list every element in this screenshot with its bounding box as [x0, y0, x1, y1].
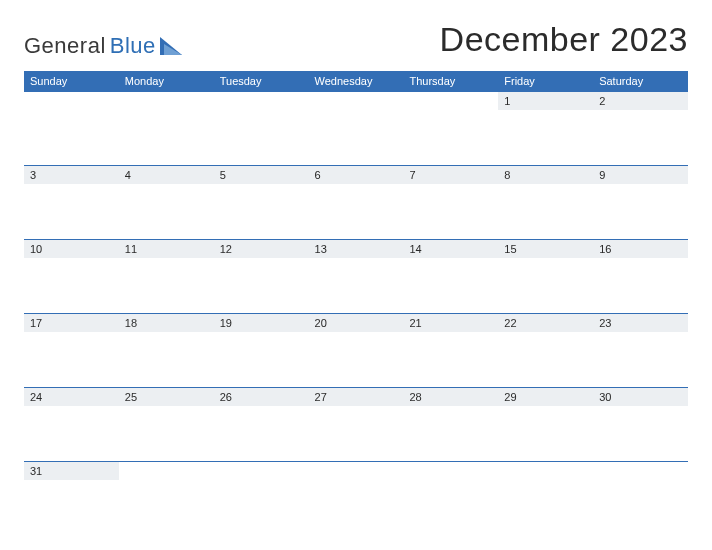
day-cell: [24, 92, 119, 165]
weeks-grid: 1234567891011121314151617181920212223242…: [24, 91, 688, 535]
day-number: [214, 92, 309, 110]
day-number: 1: [498, 92, 593, 110]
day-cell: 27: [309, 388, 404, 461]
day-number: 3: [24, 166, 119, 184]
calendar: Sunday Monday Tuesday Wednesday Thursday…: [24, 71, 688, 535]
day-number: 8: [498, 166, 593, 184]
day-number: [309, 92, 404, 110]
day-number: 30: [593, 388, 688, 406]
day-cell: [498, 462, 593, 535]
day-cell: 6: [309, 166, 404, 239]
day-cell: 4: [119, 166, 214, 239]
week-row: 10111213141516: [24, 239, 688, 313]
day-cell: [403, 462, 498, 535]
day-number: 9: [593, 166, 688, 184]
day-number: 4: [119, 166, 214, 184]
day-cell: 21: [403, 314, 498, 387]
day-cell: [309, 462, 404, 535]
brand-part1: General: [24, 33, 106, 59]
day-number: 25: [119, 388, 214, 406]
brand-part2: Blue: [110, 33, 156, 59]
day-cell: 25: [119, 388, 214, 461]
day-number: 27: [309, 388, 404, 406]
day-cell: 19: [214, 314, 309, 387]
day-cell: 14: [403, 240, 498, 313]
day-header: Friday: [498, 71, 593, 91]
day-number: [309, 462, 404, 480]
day-cell: [214, 92, 309, 165]
day-cell: 24: [24, 388, 119, 461]
day-number: [403, 92, 498, 110]
day-number: 20: [309, 314, 404, 332]
day-number: 6: [309, 166, 404, 184]
day-number: [24, 92, 119, 110]
day-cell: [119, 462, 214, 535]
day-cell: [403, 92, 498, 165]
day-cell: 23: [593, 314, 688, 387]
day-header: Monday: [119, 71, 214, 91]
day-cell: 2: [593, 92, 688, 165]
day-number: 18: [119, 314, 214, 332]
day-cell: 18: [119, 314, 214, 387]
day-header: Thursday: [403, 71, 498, 91]
day-cell: 22: [498, 314, 593, 387]
day-number: 17: [24, 314, 119, 332]
day-number: 21: [403, 314, 498, 332]
day-cell: 11: [119, 240, 214, 313]
day-number: 11: [119, 240, 214, 258]
day-cell: [119, 92, 214, 165]
day-cell: 28: [403, 388, 498, 461]
day-cell: 17: [24, 314, 119, 387]
day-number: 10: [24, 240, 119, 258]
day-number: 26: [214, 388, 309, 406]
day-number: 16: [593, 240, 688, 258]
day-number: [403, 462, 498, 480]
logo-triangle-icon: [160, 37, 182, 55]
day-number: 22: [498, 314, 593, 332]
day-header-row: Sunday Monday Tuesday Wednesday Thursday…: [24, 71, 688, 91]
day-number: [593, 462, 688, 480]
week-row: 3456789: [24, 165, 688, 239]
week-row: 24252627282930: [24, 387, 688, 461]
day-number: 15: [498, 240, 593, 258]
day-cell: 29: [498, 388, 593, 461]
day-cell: 3: [24, 166, 119, 239]
day-number: 13: [309, 240, 404, 258]
day-cell: 12: [214, 240, 309, 313]
day-number: [119, 462, 214, 480]
week-row: 31: [24, 461, 688, 535]
day-number: 24: [24, 388, 119, 406]
day-number: 19: [214, 314, 309, 332]
day-cell: [214, 462, 309, 535]
day-cell: 7: [403, 166, 498, 239]
day-number: 12: [214, 240, 309, 258]
day-number: 28: [403, 388, 498, 406]
day-cell: 16: [593, 240, 688, 313]
day-cell: [593, 462, 688, 535]
day-number: 7: [403, 166, 498, 184]
page-title: December 2023: [440, 20, 688, 59]
day-header: Tuesday: [214, 71, 309, 91]
day-cell: 30: [593, 388, 688, 461]
day-header: Sunday: [24, 71, 119, 91]
day-number: 31: [24, 462, 119, 480]
day-number: 29: [498, 388, 593, 406]
day-number: 14: [403, 240, 498, 258]
day-cell: 10: [24, 240, 119, 313]
day-number: 23: [593, 314, 688, 332]
day-header: Saturday: [593, 71, 688, 91]
day-cell: 20: [309, 314, 404, 387]
day-cell: 1: [498, 92, 593, 165]
day-cell: 5: [214, 166, 309, 239]
day-cell: 31: [24, 462, 119, 535]
week-row: 17181920212223: [24, 313, 688, 387]
day-cell: [309, 92, 404, 165]
day-cell: 26: [214, 388, 309, 461]
day-number: [214, 462, 309, 480]
day-cell: 13: [309, 240, 404, 313]
brand-logo: GeneralBlue: [24, 33, 182, 59]
day-number: [498, 462, 593, 480]
day-number: 2: [593, 92, 688, 110]
day-cell: 15: [498, 240, 593, 313]
day-cell: 9: [593, 166, 688, 239]
